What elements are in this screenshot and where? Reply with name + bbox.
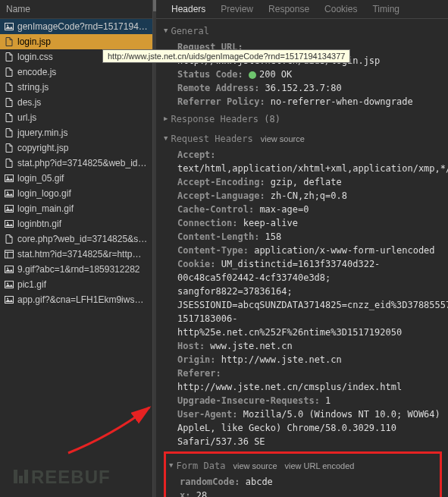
file-row[interactable]: stat.php?id=3714825&web_id=... (0, 156, 152, 171)
image-icon (5, 189, 14, 198)
file-row[interactable]: string.js (0, 80, 152, 95)
file-row[interactable]: genImageCode?rnd=15171941... (0, 19, 152, 34)
tab-preview[interactable]: Preview (213, 0, 261, 18)
detail-panel: HeadersPreviewResponseCookiesTiming Gene… (153, 0, 448, 497)
header-key: Upgrade-Insecure-Requests (177, 395, 325, 406)
header-key: Host (177, 341, 210, 351)
svg-rect-8 (5, 221, 14, 228)
request-header-row: Accepttext/html,application/xhtml+xml,ap… (177, 148, 448, 175)
svg-point-7 (7, 207, 8, 209)
request-header-row: Upgrade-Insecure-Requests1 (177, 394, 448, 407)
panel-header-name[interactable]: Name (0, 0, 152, 19)
section-request-headers: Request Headersview source Accepttext/ht… (164, 130, 448, 448)
view-url-encoded-link[interactable]: view URL encoded (285, 460, 355, 473)
file-name: genImageCode?rnd=15171941... (17, 21, 148, 32)
file-row[interactable]: stat.htm?id=3714825&r=http%... (0, 247, 152, 262)
header-value: http://www.jste.net.cn (221, 354, 342, 365)
network-file-list-panel: Name genImageCode?rnd=15171941...login.j… (0, 0, 153, 497)
file-name: loginbtn.gif (17, 219, 148, 229)
header-value: http://www.jste.net.cn/cmsplus/index.htm… (177, 382, 402, 392)
section-toggle-general[interactable]: General (164, 22, 448, 40)
tab-response[interactable]: Response (261, 0, 317, 18)
doc-icon (5, 37, 14, 46)
section-toggle-request-headers[interactable]: Request Headersview source (164, 130, 448, 148)
request-header-row: Refererhttp://www.jste.net.cn/cmsplus/in… (177, 366, 448, 394)
file-row[interactable]: login_logo.gif (0, 186, 152, 201)
file-row[interactable]: login_main.gif (0, 201, 152, 216)
label-status-code: Status Code (177, 69, 249, 80)
url-tooltip: http://www.jste.net.cn/uids/genImageCode… (102, 49, 350, 63)
svg-rect-13 (5, 266, 14, 273)
form-key: x (180, 490, 196, 497)
request-header-row: Content-Length158 (177, 230, 448, 244)
scroll-indicator[interactable] (153, 0, 156, 497)
label-referrer-policy: Referrer Policy (177, 96, 271, 107)
header-value: gzip, deflate (271, 177, 342, 187)
request-header-row: Content-Typeapplication/x-www-form-urlen… (177, 244, 448, 257)
view-source-link[interactable]: view source (233, 460, 277, 473)
watermark: REEBUF (14, 467, 111, 488)
form-value: abcde (246, 477, 273, 487)
header-value: zh-CN,zh;q=0.8 (271, 190, 347, 201)
doc-icon (5, 113, 14, 122)
tab-cookies[interactable]: Cookies (317, 0, 365, 18)
file-row[interactable]: login_05.gif (0, 171, 152, 186)
file-row[interactable]: des.js (0, 95, 152, 110)
request-header-row: Accept-Encodinggzip, deflate (177, 175, 448, 189)
doc-icon (5, 83, 14, 92)
file-row[interactable]: 9.gif?abc=1&rnd=1859312282 (0, 262, 152, 277)
status-dot-icon (249, 71, 256, 79)
file-name: stat.htm?id=3714825&r=http%... (17, 249, 148, 260)
file-row[interactable]: copyright.jsp (0, 140, 152, 156)
file-name: login_logo.gif (17, 188, 148, 199)
section-toggle-response-headers[interactable]: Response Headers (8) (164, 110, 448, 128)
file-row[interactable]: url.js (0, 110, 152, 125)
svg-rect-0 (5, 24, 14, 30)
header-key: Accept-Encoding (177, 177, 271, 187)
file-name: app.gif?&cna=LFH1Ekm9iwsCA... (17, 294, 148, 305)
header-value: www.jste.net.cn (210, 341, 292, 351)
svg-rect-6 (5, 206, 14, 212)
file-row[interactable]: core.php?web_id=3714825&sh... (0, 231, 152, 247)
svg-rect-2 (5, 175, 14, 182)
frame-icon (5, 250, 14, 259)
section-toggle-form-data[interactable]: Form Dataview sourceview URL encoded (166, 457, 440, 475)
request-header-row: Connectionkeep-alive (177, 216, 448, 230)
view-source-link[interactable]: view source (261, 133, 305, 146)
file-row[interactable]: pic1.gif (0, 277, 152, 292)
doc-icon (5, 234, 14, 244)
file-row[interactable]: app.gif?&cna=LFH1Ekm9iwsCA... (0, 292, 152, 307)
file-name: 9.gif?abc=1&rnd=1859312282 (17, 264, 148, 275)
header-value: max-age=0 (259, 204, 309, 215)
image-icon (5, 295, 14, 304)
request-header-row: Cache-Controlmax-age=0 (177, 203, 448, 216)
doc-icon (5, 52, 14, 61)
svg-point-5 (7, 192, 8, 193)
image-icon (5, 219, 14, 228)
file-name: copyright.jsp (17, 143, 148, 153)
header-value: text/html,application/xhtml+xml,applicat… (177, 163, 448, 174)
request-header-row: Accept-Languagezh-CN,zh;q=0.8 (177, 189, 448, 203)
doc-icon (5, 98, 14, 107)
header-key: Cookie (177, 259, 221, 269)
label-remote-address: Remote Address (177, 83, 265, 93)
request-header-row: CookieUM_distinctid=1613f33740d322-00c48… (177, 257, 448, 339)
image-icon (5, 174, 14, 183)
header-key: Accept-Language (177, 190, 271, 201)
file-row[interactable]: encode.js (0, 64, 152, 80)
tab-headers[interactable]: Headers (164, 0, 213, 18)
request-header-row: User-AgentMozilla/5.0 (Windows NT 10.0; … (177, 407, 448, 448)
header-value: UM_distinctid=1613f33740d322-00c48ca5f02… (177, 259, 448, 338)
file-name: login.jsp (17, 36, 148, 47)
file-row[interactable]: jquery.min.js (0, 125, 152, 140)
file-row[interactable]: loginbtn.gif (0, 216, 152, 231)
header-key: Referer (177, 368, 221, 379)
doc-icon (5, 159, 14, 168)
image-icon (5, 265, 14, 274)
image-icon (5, 280, 14, 289)
form-data-row: x28 (180, 489, 440, 497)
file-row[interactable]: login.jsp (0, 34, 152, 49)
tab-timing[interactable]: Timing (365, 0, 407, 18)
header-key: Cache-Control (177, 204, 259, 215)
file-name: stat.php?id=3714825&web_id=... (17, 158, 148, 168)
